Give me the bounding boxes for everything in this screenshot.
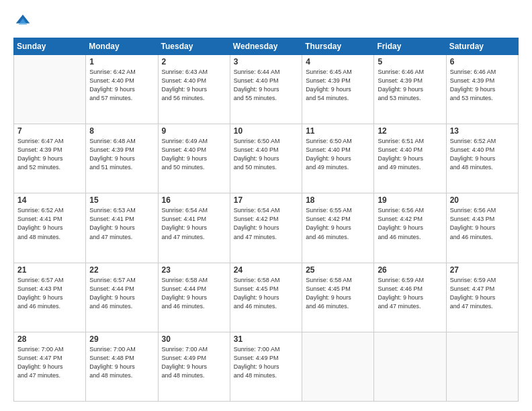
day-cell <box>446 332 518 401</box>
day-info: Sunrise: 6:52 AM Sunset: 4:40 PM Dayligh… <box>450 137 515 172</box>
day-cell: 21Sunrise: 6:57 AM Sunset: 4:43 PM Dayli… <box>14 263 86 332</box>
day-cell: 19Sunrise: 6:56 AM Sunset: 4:42 PM Dayli… <box>374 193 446 263</box>
day-cell: 29Sunrise: 7:00 AM Sunset: 4:48 PM Dayli… <box>86 332 158 401</box>
day-number: 14 <box>17 195 82 205</box>
day-cell: 4Sunrise: 6:45 AM Sunset: 4:39 PM Daylig… <box>302 55 374 124</box>
day-cell: 1Sunrise: 6:42 AM Sunset: 4:40 PM Daylig… <box>86 55 158 124</box>
week-row-3: 21Sunrise: 6:57 AM Sunset: 4:43 PM Dayli… <box>14 263 519 332</box>
day-number: 16 <box>162 195 226 205</box>
day-cell: 15Sunrise: 6:53 AM Sunset: 4:41 PM Dayli… <box>86 193 158 263</box>
day-info: Sunrise: 6:53 AM Sunset: 4:41 PM Dayligh… <box>89 206 154 241</box>
day-number: 1 <box>89 57 154 66</box>
day-cell: 25Sunrise: 6:58 AM Sunset: 4:45 PM Dayli… <box>302 263 374 332</box>
day-info: Sunrise: 6:49 AM Sunset: 4:40 PM Dayligh… <box>162 137 226 172</box>
day-info: Sunrise: 6:58 AM Sunset: 4:45 PM Dayligh… <box>306 276 370 311</box>
day-cell: 18Sunrise: 6:55 AM Sunset: 4:42 PM Dayli… <box>302 193 374 263</box>
day-info: Sunrise: 7:00 AM Sunset: 4:48 PM Dayligh… <box>89 345 154 380</box>
day-number: 29 <box>89 334 154 344</box>
logo <box>13 12 35 31</box>
day-number: 12 <box>378 126 442 136</box>
calendar-body: 1Sunrise: 6:42 AM Sunset: 4:40 PM Daylig… <box>14 55 519 402</box>
day-cell: 13Sunrise: 6:52 AM Sunset: 4:40 PM Dayli… <box>446 124 518 193</box>
day-cell: 10Sunrise: 6:50 AM Sunset: 4:40 PM Dayli… <box>230 124 302 193</box>
day-info: Sunrise: 6:54 AM Sunset: 4:41 PM Dayligh… <box>162 206 226 241</box>
day-cell: 28Sunrise: 7:00 AM Sunset: 4:47 PM Dayli… <box>14 332 86 401</box>
day-info: Sunrise: 6:43 AM Sunset: 4:40 PM Dayligh… <box>162 68 226 103</box>
day-info: Sunrise: 6:50 AM Sunset: 4:40 PM Dayligh… <box>306 137 370 172</box>
calendar: SundayMondayTuesdayWednesdayThursdayFrid… <box>13 38 519 402</box>
day-cell: 6Sunrise: 6:46 AM Sunset: 4:39 PM Daylig… <box>446 55 518 124</box>
day-cell: 31Sunrise: 7:00 AM Sunset: 4:49 PM Dayli… <box>230 332 302 401</box>
day-number: 19 <box>378 195 442 205</box>
day-number: 10 <box>234 126 298 136</box>
day-info: Sunrise: 6:57 AM Sunset: 4:43 PM Dayligh… <box>17 276 82 311</box>
week-row-1: 7Sunrise: 6:47 AM Sunset: 4:39 PM Daylig… <box>14 124 519 193</box>
day-cell <box>14 55 86 124</box>
day-cell: 24Sunrise: 6:58 AM Sunset: 4:45 PM Dayli… <box>230 263 302 332</box>
day-info: Sunrise: 6:56 AM Sunset: 4:43 PM Dayligh… <box>450 206 515 241</box>
day-number: 9 <box>162 126 226 136</box>
page: SundayMondayTuesdayWednesdayThursdayFrid… <box>0 0 532 411</box>
day-cell: 26Sunrise: 6:59 AM Sunset: 4:46 PM Dayli… <box>374 263 446 332</box>
day-info: Sunrise: 6:46 AM Sunset: 4:39 PM Dayligh… <box>450 68 515 103</box>
day-info: Sunrise: 6:52 AM Sunset: 4:41 PM Dayligh… <box>17 206 82 241</box>
day-cell: 5Sunrise: 6:46 AM Sunset: 4:39 PM Daylig… <box>374 55 446 124</box>
day-info: Sunrise: 6:55 AM Sunset: 4:42 PM Dayligh… <box>306 206 370 241</box>
day-info: Sunrise: 6:47 AM Sunset: 4:39 PM Dayligh… <box>17 137 82 172</box>
header-cell-thursday: Thursday <box>302 38 374 55</box>
day-cell: 27Sunrise: 6:59 AM Sunset: 4:47 PM Dayli… <box>446 263 518 332</box>
day-number: 4 <box>306 57 370 66</box>
day-number: 2 <box>162 57 226 66</box>
logo-icon <box>13 12 32 31</box>
header-cell-saturday: Saturday <box>446 38 518 55</box>
day-info: Sunrise: 7:00 AM Sunset: 4:49 PM Dayligh… <box>162 345 226 380</box>
day-number: 23 <box>162 265 226 275</box>
day-cell: 9Sunrise: 6:49 AM Sunset: 4:40 PM Daylig… <box>158 124 230 193</box>
day-number: 21 <box>17 265 82 275</box>
day-cell: 14Sunrise: 6:52 AM Sunset: 4:41 PM Dayli… <box>14 193 86 263</box>
week-row-2: 14Sunrise: 6:52 AM Sunset: 4:41 PM Dayli… <box>14 193 519 263</box>
day-cell: 30Sunrise: 7:00 AM Sunset: 4:49 PM Dayli… <box>158 332 230 401</box>
header <box>13 12 519 31</box>
day-cell: 12Sunrise: 6:51 AM Sunset: 4:40 PM Dayli… <box>374 124 446 193</box>
day-number: 5 <box>378 57 442 66</box>
day-cell: 3Sunrise: 6:44 AM Sunset: 4:40 PM Daylig… <box>230 55 302 124</box>
day-number: 27 <box>450 265 515 275</box>
day-info: Sunrise: 6:57 AM Sunset: 4:44 PM Dayligh… <box>89 276 154 311</box>
day-info: Sunrise: 6:42 AM Sunset: 4:40 PM Dayligh… <box>89 68 154 103</box>
day-info: Sunrise: 6:59 AM Sunset: 4:46 PM Dayligh… <box>378 276 442 311</box>
day-cell <box>302 332 374 401</box>
day-cell: 7Sunrise: 6:47 AM Sunset: 4:39 PM Daylig… <box>14 124 86 193</box>
day-cell: 23Sunrise: 6:58 AM Sunset: 4:44 PM Dayli… <box>158 263 230 332</box>
week-row-4: 28Sunrise: 7:00 AM Sunset: 4:47 PM Dayli… <box>14 332 519 401</box>
header-cell-friday: Friday <box>374 38 446 55</box>
day-number: 28 <box>17 334 82 344</box>
day-cell: 17Sunrise: 6:54 AM Sunset: 4:42 PM Dayli… <box>230 193 302 263</box>
day-info: Sunrise: 6:59 AM Sunset: 4:47 PM Dayligh… <box>450 276 515 311</box>
day-number: 26 <box>378 265 442 275</box>
day-cell <box>374 332 446 401</box>
day-number: 17 <box>234 195 298 205</box>
day-number: 6 <box>450 57 515 66</box>
day-info: Sunrise: 6:56 AM Sunset: 4:42 PM Dayligh… <box>378 206 442 241</box>
day-number: 7 <box>17 126 82 136</box>
day-cell: 11Sunrise: 6:50 AM Sunset: 4:40 PM Dayli… <box>302 124 374 193</box>
day-number: 11 <box>306 126 370 136</box>
calendar-header-row: SundayMondayTuesdayWednesdayThursdayFrid… <box>14 38 519 55</box>
day-number: 30 <box>162 334 226 344</box>
day-cell: 16Sunrise: 6:54 AM Sunset: 4:41 PM Dayli… <box>158 193 230 263</box>
day-number: 22 <box>89 265 154 275</box>
header-cell-sunday: Sunday <box>14 38 86 55</box>
day-info: Sunrise: 6:54 AM Sunset: 4:42 PM Dayligh… <box>234 206 298 241</box>
day-number: 8 <box>89 126 154 136</box>
day-info: Sunrise: 6:58 AM Sunset: 4:44 PM Dayligh… <box>162 276 226 311</box>
day-number: 3 <box>234 57 298 66</box>
header-cell-monday: Monday <box>86 38 158 55</box>
day-info: Sunrise: 6:48 AM Sunset: 4:39 PM Dayligh… <box>89 137 154 172</box>
day-info: Sunrise: 7:00 AM Sunset: 4:47 PM Dayligh… <box>17 345 82 380</box>
day-info: Sunrise: 6:50 AM Sunset: 4:40 PM Dayligh… <box>234 137 298 172</box>
day-info: Sunrise: 6:51 AM Sunset: 4:40 PM Dayligh… <box>378 137 442 172</box>
day-number: 20 <box>450 195 515 205</box>
day-info: Sunrise: 6:58 AM Sunset: 4:45 PM Dayligh… <box>234 276 298 311</box>
day-number: 25 <box>306 265 370 275</box>
